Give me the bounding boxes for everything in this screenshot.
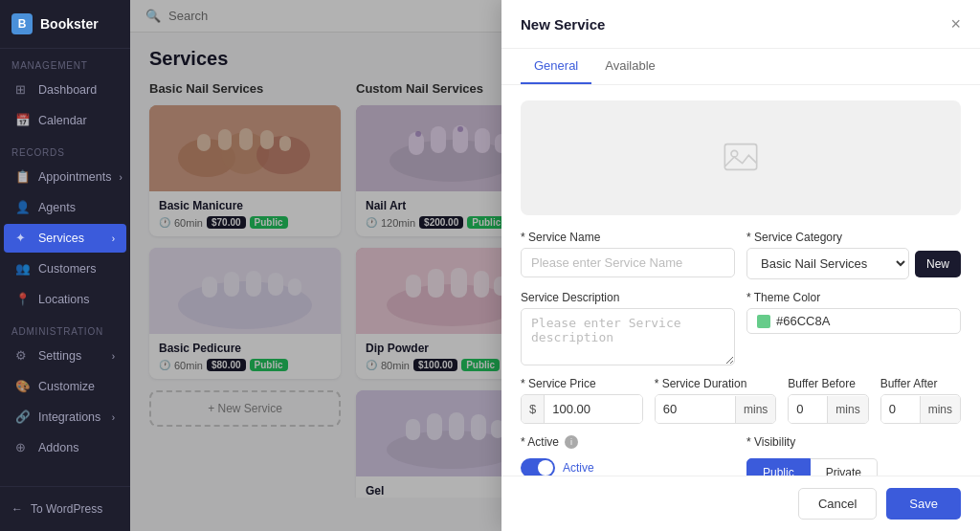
sidebar-item-label: Integrations	[38, 410, 100, 424]
locations-icon: 📍	[15, 292, 31, 307]
customers-icon: 👥	[15, 261, 31, 277]
sidebar-bottom: ← To WordPress	[0, 486, 130, 531]
sidebar-item-integrations[interactable]: 🔗 Integrations ›	[4, 403, 126, 431]
sidebar-item-label: Agents	[38, 201, 76, 214]
save-button[interactable]: Save	[886, 488, 961, 520]
sidebar-item-settings[interactable]: ⚙ Settings ›	[4, 342, 126, 370]
duration-input-wrapper: mins	[655, 394, 777, 424]
buffer-before-input[interactable]	[789, 395, 827, 423]
sidebar-item-dashboard[interactable]: ⊞ Dashboard	[4, 76, 126, 104]
sidebar-item-label: Customers	[38, 262, 96, 276]
price-input[interactable]	[545, 395, 641, 423]
modal-close-button[interactable]: ×	[950, 15, 961, 33]
customize-icon: 🎨	[15, 379, 31, 394]
sidebar-item-addons[interactable]: ⊕ Addons	[4, 433, 126, 462]
modal-footer: Cancel Save	[501, 476, 980, 531]
buffer-before-label: Buffer Before	[788, 377, 868, 390]
sidebar-item-appointments[interactable]: 📋 Appointments ›	[4, 163, 126, 191]
service-category-label: * Service Category	[746, 231, 961, 244]
sidebar-item-services[interactable]: ✦ Services ›	[4, 224, 126, 253]
management-section-label: Management	[0, 49, 130, 75]
sidebar-item-label: Settings	[38, 349, 81, 363]
sidebar-item-label: Addons	[38, 441, 78, 454]
buffer-before-group: Buffer Before mins	[788, 377, 868, 424]
service-category-select[interactable]: Basic Nail Services	[746, 248, 909, 279]
buffer-after-label: Buffer After	[880, 377, 961, 390]
active-toggle-text: Active	[563, 461, 594, 475]
duration-unit: mins	[735, 396, 775, 423]
appointments-icon: 📋	[15, 169, 31, 185]
service-name-input[interactable]	[521, 248, 735, 277]
buffer-after-group: Buffer After mins	[880, 377, 961, 424]
service-description-label: Service Description	[521, 291, 735, 304]
modal-tabs: General Available	[501, 49, 980, 85]
sidebar-item-agents[interactable]: 👤 Agents	[4, 193, 126, 222]
service-category-group: * Service Category Basic Nail Services N…	[746, 231, 961, 279]
buffer-after-unit: mins	[920, 396, 960, 423]
category-select-wrapper: Basic Nail Services New	[746, 248, 961, 279]
service-price-label: * Service Price	[521, 377, 643, 390]
price-input-wrapper: $	[521, 394, 643, 424]
wordpress-label: To WordPress	[31, 502, 102, 516]
app-name: Bookster	[40, 16, 99, 32]
tab-general[interactable]: General	[521, 49, 591, 84]
image-placeholder-icon	[722, 138, 760, 179]
visibility-private-button[interactable]: Private	[811, 458, 878, 476]
service-duration-group: * Service Duration mins	[655, 377, 777, 424]
info-icon[interactable]: i	[565, 435, 578, 449]
svg-rect-39	[724, 144, 756, 169]
active-toggle-wrap: Active	[521, 458, 735, 476]
agents-icon: 👤	[15, 200, 31, 215]
color-hex-input[interactable]	[776, 314, 937, 328]
form-row-active-visibility: * Active i Active Active Services are av…	[521, 435, 961, 476]
visibility-label: * Visibility	[746, 435, 961, 449]
sidebar-item-label: Locations	[38, 293, 90, 306]
toggle-knob	[538, 460, 553, 476]
service-name-label: * Service Name	[521, 231, 735, 244]
dashboard-icon: ⊞	[15, 82, 31, 98]
modal-overlay: New Service × General Available	[130, 0, 980, 531]
main-content: 🔍 ⌘ K Services Basic Nail Services	[130, 0, 980, 531]
color-input-wrapper[interactable]	[746, 308, 961, 334]
sidebar-item-label: Dashboard	[38, 83, 97, 97]
image-upload-area[interactable]	[521, 100, 961, 215]
service-description-group: Service Description	[521, 291, 735, 365]
integrations-icon: 🔗	[15, 409, 31, 425]
active-label: * Active	[521, 435, 559, 449]
buffer-after-input[interactable]	[881, 395, 920, 423]
duration-input[interactable]	[656, 395, 735, 423]
new-service-modal: New Service × General Available	[501, 0, 980, 531]
price-prefix: $	[522, 395, 545, 423]
services-icon: ✦	[15, 231, 31, 246]
sidebar-item-calendar[interactable]: 📅 Calendar	[4, 106, 126, 135]
modal-body: * Service Name * Service Category Basic …	[501, 85, 980, 476]
records-section-label: Records	[0, 136, 130, 162]
new-category-button[interactable]: New	[915, 251, 961, 277]
form-row-name-category: * Service Name * Service Category Basic …	[521, 231, 961, 279]
active-toggle[interactable]	[521, 458, 555, 476]
theme-color-label: * Theme Color	[746, 291, 961, 304]
visibility-buttons: Public Private	[746, 458, 961, 476]
tab-available[interactable]: Available	[591, 49, 669, 84]
logo-icon: B	[11, 13, 33, 34]
active-label-row: * Active i	[521, 435, 735, 449]
cancel-button[interactable]: Cancel	[798, 488, 877, 520]
sidebar-item-label: Services	[38, 232, 84, 245]
sidebar-item-customize[interactable]: 🎨 Customize	[4, 372, 126, 401]
sidebar-item-customers[interactable]: 👥 Customers	[4, 254, 126, 283]
service-price-group: * Service Price $	[521, 377, 643, 424]
visibility-public-button[interactable]: Public	[746, 458, 811, 476]
service-description-input[interactable]	[521, 308, 735, 365]
chevron-right-icon: ›	[112, 233, 115, 244]
app-logo[interactable]: B Bookster	[0, 0, 130, 49]
sidebar-item-label: Customize	[38, 380, 95, 393]
sidebar-item-locations[interactable]: 📍 Locations	[4, 285, 126, 314]
calendar-icon: 📅	[15, 113, 31, 128]
active-section: * Active i Active Active Services are av…	[521, 435, 735, 476]
service-name-group: * Service Name	[521, 231, 735, 279]
to-wordpress-link[interactable]: ← To WordPress	[11, 497, 119, 521]
settings-icon: ⚙	[15, 348, 31, 364]
buffer-before-unit: mins	[827, 396, 867, 423]
sidebar-item-label: Appointments	[38, 170, 111, 184]
service-duration-label: * Service Duration	[655, 377, 777, 390]
